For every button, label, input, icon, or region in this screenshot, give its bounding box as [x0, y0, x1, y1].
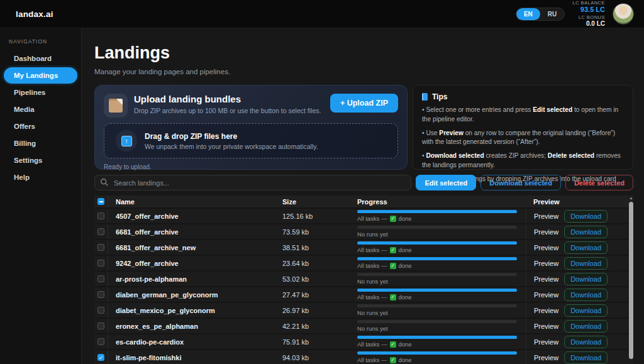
edit-selected-button[interactable]: Edit selected — [416, 175, 476, 190]
sidebar-item-dashboard[interactable]: Dashboard — [4, 50, 77, 67]
sidebar-item-offers[interactable]: Offers — [4, 118, 77, 135]
dropzone-title: Drag & drop ZIP files here — [145, 132, 318, 141]
progress-bar — [357, 304, 517, 307]
preview-link[interactable]: Preview — [534, 307, 558, 314]
preview-link[interactable]: Preview — [534, 260, 558, 267]
progress-label: All tasks —✓done — [357, 341, 412, 348]
download-button[interactable]: Download — [564, 226, 608, 238]
scrollbar-thumb[interactable] — [629, 202, 633, 359]
row-checkbox[interactable] — [97, 260, 104, 267]
landing-name: 4507_offer_archive — [108, 209, 275, 223]
header-progress: Progress — [350, 196, 526, 207]
row-checkbox[interactable] — [97, 228, 104, 235]
sidebar-item-billing[interactable]: Billing — [4, 135, 77, 152]
progress-bar — [357, 226, 517, 229]
upload-zip-button[interactable]: + Upload ZIP — [330, 94, 398, 113]
landing-size: 94.03 kb — [275, 350, 350, 364]
done-check-icon: ✓ — [390, 341, 396, 348]
progress-bar — [357, 289, 517, 292]
nav-items: DashboardMy LandingsPipelinesMediaOffers… — [0, 50, 81, 185]
delete-selected-button[interactable]: Delete selected — [565, 175, 633, 190]
lang-ru-button[interactable]: RU — [540, 8, 564, 20]
row-checkbox[interactable] — [97, 212, 104, 219]
landing-name: es-cardio-pe-cardiox — [108, 334, 275, 349]
download-button[interactable]: Download — [564, 257, 608, 270]
progress-cell: All tasks —✓done — [350, 350, 526, 364]
row-checkbox[interactable] — [97, 323, 104, 329]
page-subtitle: Manage your landing pages and pipelines. — [94, 68, 633, 75]
preview-link[interactable]: Preview — [534, 323, 558, 330]
upload-status: Ready to upload. — [104, 163, 398, 170]
lc-bonus-value: 0.0 LC — [572, 20, 605, 28]
progress-bar — [357, 351, 517, 355]
select-all-checkbox[interactable] — [97, 198, 104, 205]
table-row: diaben_german_pe_glyconorm27.47 kbAll ta… — [94, 287, 633, 303]
sidebar-item-help[interactable]: Help — [4, 169, 77, 185]
sidebar: NAVIGATION DashboardMy LandingsPipelines… — [0, 28, 82, 364]
table-scrollbar[interactable]: ▲ — [628, 196, 633, 364]
lang-en-button[interactable]: EN — [516, 8, 540, 20]
landing-size: 125.16 kb — [275, 209, 350, 223]
table-row: ✓it-slim-pe-fitomishki94.03 kbAll tasks … — [94, 350, 633, 364]
preview-link[interactable]: Preview — [534, 212, 558, 220]
row-checkbox[interactable]: ✓ — [97, 354, 104, 361]
row-checkbox[interactable] — [97, 291, 104, 298]
download-button[interactable]: Download — [564, 241, 608, 254]
preview-link[interactable]: Preview — [534, 228, 558, 236]
landing-name: 9242_offer_archive — [108, 256, 275, 270]
sidebar-item-media[interactable]: Media — [4, 101, 77, 118]
landing-name: ar-prost-pe-alphaman — [108, 272, 275, 286]
preview-cell: PreviewDownload — [526, 319, 633, 333]
table-row: 9242_offer_archive23.64 kbAll tasks —✓do… — [94, 256, 633, 272]
page-title: Landings — [94, 43, 633, 63]
download-button[interactable]: Download — [564, 289, 608, 301]
landing-size: 38.51 kb — [275, 240, 350, 255]
progress-bar — [357, 336, 517, 339]
preview-link[interactable]: Preview — [534, 338, 558, 346]
progress-label: All tasks —✓done — [357, 262, 412, 269]
download-selected-button[interactable]: Download selected — [480, 175, 561, 190]
upload-card: Upload landing bundles Drop ZIP archives… — [94, 85, 408, 170]
progress-label: All tasks —✓done — [357, 356, 412, 363]
download-button[interactable]: Download — [564, 304, 608, 317]
preview-cell: PreviewDownload — [526, 272, 633, 286]
table-body: 4507_offer_archive125.16 kbAll tasks —✓d… — [94, 209, 633, 364]
download-button[interactable]: Download — [564, 336, 608, 348]
app-logo: landax.ai — [16, 9, 53, 19]
landing-name: it-slim-pe-fitomishki — [108, 350, 275, 364]
sidebar-item-my-landings[interactable]: My Landings — [4, 67, 77, 84]
row-checkbox[interactable] — [97, 338, 104, 345]
progress-label: All tasks —✓done — [357, 246, 412, 253]
user-avatar[interactable] — [613, 3, 634, 25]
progress-label: No runs yet — [357, 278, 388, 285]
dropzone[interactable]: ↑ Drag & drop ZIP files here We unpack t… — [104, 123, 398, 158]
table-row: 4507_offer_archive125.16 kbAll tasks —✓d… — [94, 209, 633, 224]
preview-link[interactable]: Preview — [534, 291, 558, 299]
balance-block: LC BALANCE 93.5 LC LC BONUS 0.0 LC — [572, 0, 605, 28]
progress-bar — [357, 210, 517, 213]
row-checkbox[interactable] — [97, 307, 104, 314]
preview-cell: PreviewDownload — [526, 224, 633, 239]
preview-link[interactable]: Preview — [534, 244, 558, 251]
dropzone-subtitle: We unpack them into your private workspa… — [145, 143, 318, 150]
landing-size: 53.02 kb — [275, 272, 350, 286]
download-button[interactable]: Download — [564, 320, 608, 333]
search-input[interactable] — [94, 175, 411, 190]
done-check-icon: ✓ — [390, 247, 396, 253]
top-bar: landax.ai EN RU LC BALANCE 93.5 LC LC BO… — [0, 0, 644, 28]
progress-cell: No runs yet — [350, 319, 526, 333]
download-button[interactable]: Download — [564, 210, 608, 223]
table-row: diabet_mexico_pe_glyconorm26.97 kbNo run… — [94, 303, 633, 319]
row-checkbox[interactable] — [97, 275, 104, 282]
scrollbar-up-arrow[interactable]: ▲ — [628, 196, 633, 201]
preview-link[interactable]: Preview — [534, 354, 558, 361]
row-checkbox[interactable] — [97, 244, 104, 251]
preview-link[interactable]: Preview — [534, 275, 558, 283]
download-button[interactable]: Download — [564, 273, 608, 285]
download-button[interactable]: Download — [564, 351, 608, 364]
preview-cell: PreviewDownload — [526, 287, 633, 302]
tip-item: • Download selected creates ZIP archives… — [422, 152, 624, 170]
sidebar-item-pipelines[interactable]: Pipelines — [4, 84, 77, 101]
landing-size: 26.97 kb — [275, 303, 350, 317]
sidebar-item-settings[interactable]: Settings — [4, 152, 77, 168]
